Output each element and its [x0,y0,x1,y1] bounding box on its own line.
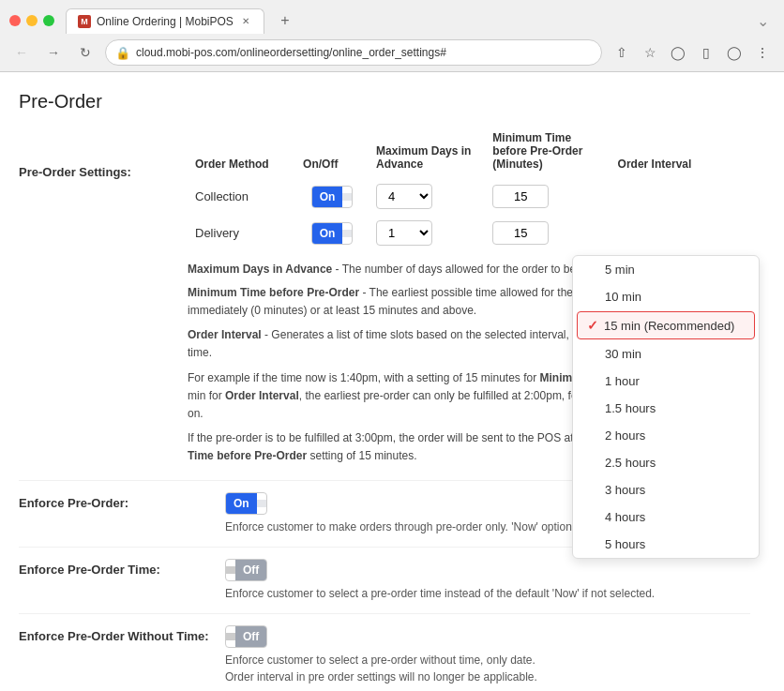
cell-mintime-1 [485,215,610,251]
cell-mintime-0 [485,178,610,215]
account-button[interactable]: ◯ [722,40,746,65]
cell-method-1: Delivery [188,215,295,251]
reload-button[interactable]: ↻ [73,40,98,65]
url-text: cloud.mobi-pos.com/onlineordersetting/on… [136,46,592,59]
toggle-enforce_preorder[interactable]: On [225,492,267,515]
th-order-interval: Order Interval [611,128,750,178]
traffic-light-red[interactable] [9,15,21,26]
table-row: Delivery On 1 [188,215,750,251]
dropdown-option-label: 1.5 hours [605,401,656,415]
dropdown-item-30min[interactable]: 30 min [573,340,759,368]
toggle-on-0[interactable]: On [311,186,354,208]
desc-enforce_preorder_without_time: Enforce customer to select a pre-order w… [225,652,750,685]
dropdown-option-label: 5 hours [605,537,645,551]
address-bar[interactable]: 🔒 cloud.mobi-pos.com/onlineordersetting/… [105,39,602,66]
bookmark-button[interactable]: ☆ [638,40,662,65]
dropdown-option-label: 5 min [605,263,635,277]
toggle-on-1[interactable]: On [311,222,354,245]
label-enforce_preorder: Enforce Pre-Order: [19,492,225,510]
order-interval-dropdown[interactable]: 5 min10 min✓15 min (Recommended)30 min1 … [572,255,760,559]
cell-onoff-0: On [295,178,369,215]
extensions-button[interactable]: ◯ [666,40,690,65]
dropdown-option-label: 2.5 hours [605,456,656,470]
traffic-light-yellow[interactable] [26,15,38,26]
sidebar-button[interactable]: ▯ [694,40,718,65]
dropdown-item-10min[interactable]: 10 min [573,283,759,310]
cell-interval-1 [611,215,750,251]
dropdown-item-15min[interactable]: ✓15 min (Recommended) [577,311,755,339]
th-max-days: Maximum Days in Advance [369,128,485,178]
label-enforce_preorder_without_time: Enforce Pre-Order Without Time: [19,625,225,643]
dropdown-item-2hours[interactable]: 2 hours [573,422,759,449]
dropdown-option-label: 15 min (Recommended) [604,319,734,333]
mintime-input-1[interactable] [492,221,549,245]
new-tab-button[interactable]: + [272,8,298,34]
tab-title: Online Ordering | MobiPOS [97,15,234,28]
tab-close-button[interactable]: ✕ [239,15,252,28]
desc-enforce_preorder_time: Enforce customer to select a pre-order t… [225,585,750,602]
toggle-enforce_preorder_time[interactable]: Off [225,559,267,581]
table-row: Collection On 4 [188,178,750,215]
cell-maxdays-1: 1 [369,215,485,251]
cell-method-0: Collection [188,178,295,215]
dropdown-option-label: 10 min [605,290,641,304]
page-section-title: Pre-Order [19,91,750,113]
menu-button[interactable]: ⋮ [750,40,775,65]
label-enforce_preorder_time: Enforce Pre-Order Time: [19,559,225,577]
cell-onoff-1: On [295,215,369,251]
dropdown-option-label: 30 min [605,347,641,361]
share-button[interactable]: ⇧ [610,40,634,65]
dropdown-item-5min[interactable]: 5 min [573,256,759,283]
dropdown-option-label: 3 hours [605,483,645,497]
dropdown-option-label: 4 hours [605,510,645,524]
cell-maxdays-0: 4 [369,178,485,215]
pre-order-settings-label: Pre-Order Settings: [19,128,188,179]
maxdays-select-1[interactable]: 1 [376,220,432,246]
browser-tab[interactable]: M Online Ordering | MobiPOS ✕ [66,8,264,34]
dropdown-item-3hours[interactable]: 3 hours [573,476,759,503]
back-button[interactable]: ← [9,40,34,65]
toggle-enforce_preorder_without_time[interactable]: Off [225,625,267,648]
maxdays-select-0[interactable]: 4 [376,184,432,209]
traffic-light-green[interactable] [43,15,54,26]
dropdown-item-4hours[interactable]: 4 hours [573,503,759,531]
checkmark-icon: ✓ [587,318,598,333]
dropdown-option-label: 1 hour [605,374,640,388]
tab-list-button[interactable]: ⌄ [751,12,775,30]
cell-interval-0 [611,178,750,215]
setting-row-enforce_preorder_without_time: Enforce Pre-Order Without Time: Off Enfo… [19,613,750,691]
dropdown-item-1hour[interactable]: 1 hour [573,368,759,395]
th-on-off: On/Off [295,128,369,178]
forward-button[interactable]: → [41,40,66,65]
th-min-time: Minimum Time before Pre-Order (Minutes) [485,128,610,178]
th-order-method: Order Method [188,128,295,178]
tab-favicon: M [78,15,91,28]
dropdown-option-label: 2 hours [605,428,645,443]
dropdown-item-1.5hours[interactable]: 1.5 hours [573,395,759,422]
dropdown-item-2.5hours[interactable]: 2.5 hours [573,449,759,476]
dropdown-item-5hours[interactable]: 5 hours [573,531,759,558]
mintime-input-0[interactable] [492,185,549,208]
